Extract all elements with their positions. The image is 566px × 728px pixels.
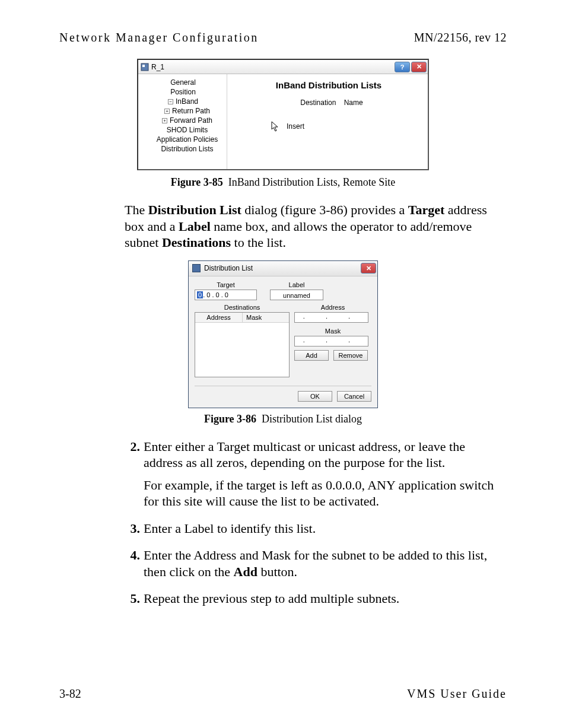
- address-input[interactable]: . . .: [294, 312, 368, 323]
- help-button[interactable]: ?: [395, 62, 410, 72]
- col-address: Address: [195, 313, 243, 322]
- tree-general[interactable]: General: [143, 78, 223, 87]
- target-ip-input[interactable]: 0 . 0 . 0 . 0: [195, 290, 257, 300]
- col-name: Name: [344, 98, 363, 107]
- step-4: 4. Enter the Address and Mask for the su…: [123, 547, 507, 580]
- close-button[interactable]: ✕: [361, 263, 376, 274]
- step-number: 2.: [123, 438, 140, 471]
- close-button[interactable]: ✕: [411, 62, 427, 72]
- col-destination: Destination: [294, 98, 342, 107]
- fig85-column-headers: Destination Name: [236, 98, 422, 107]
- expand-icon[interactable]: +: [162, 118, 167, 123]
- app-icon: [141, 63, 149, 71]
- fig85-title-text: R_1: [151, 63, 164, 71]
- fig86-titlebar[interactable]: Distribution List ✕: [189, 261, 377, 276]
- app-icon: [192, 264, 201, 272]
- footer-guide-title: VMS User Guide: [407, 687, 507, 701]
- tree-return[interactable]: +Return Path: [143, 106, 223, 116]
- tree-forward[interactable]: +Forward Path: [143, 116, 223, 125]
- list-header: Address Mask: [195, 313, 289, 323]
- figure-85-container: R_1 ? ✕ General Position −InBand +Return…: [59, 59, 507, 189]
- fig85-titlebar[interactable]: R_1 ? ✕: [138, 60, 428, 74]
- step-text: Enter either a Target multicast or unica…: [144, 438, 507, 471]
- label-mask: Mask: [294, 328, 371, 335]
- tree-shod[interactable]: SHOD Limits: [143, 125, 223, 135]
- intro-paragraph: The Distribution List dialog (figure 3-8…: [125, 202, 504, 251]
- page-footer: 3-82 VMS User Guide: [59, 687, 507, 701]
- step-5: 5. Repeat the previous step to add multi…: [123, 590, 507, 607]
- step-number: 4.: [123, 547, 140, 580]
- step-2: 2. Enter either a Target multicast or un…: [123, 438, 507, 471]
- insert-label: Insert: [287, 122, 304, 131]
- fig86-caption: Figure 3-86 Distribution List dialog: [59, 413, 507, 425]
- fig85-caption: Figure 3-85 InBand Distribution Lists, R…: [59, 176, 507, 189]
- step-3: 3. Enter a Label to identify this list.: [123, 520, 507, 537]
- expand-icon[interactable]: +: [164, 109, 170, 114]
- step-number: 3.: [123, 520, 140, 537]
- step-text: Enter a Label to identify this list.: [144, 520, 316, 537]
- cursor-icon: [271, 121, 281, 132]
- tree-app-policies[interactable]: Application Policies: [143, 135, 223, 144]
- add-button[interactable]: Add: [294, 350, 329, 361]
- tree-dist-lists[interactable]: Distribution Lists: [143, 144, 223, 154]
- step-number: 5.: [123, 590, 140, 607]
- step-text: Repeat the previous step to add multiple…: [144, 590, 399, 607]
- fig86-title-text: Distribution List: [204, 264, 253, 272]
- steps-list: 2. Enter either a Target multicast or un…: [123, 438, 507, 471]
- steps-list-cont: 3. Enter a Label to identify this list. …: [123, 520, 507, 607]
- label-target: Target: [195, 281, 257, 288]
- cancel-button[interactable]: Cancel: [337, 391, 371, 402]
- col-mask: Mask: [243, 313, 265, 322]
- label-input[interactable]: unnamed: [270, 290, 323, 300]
- separator: [195, 386, 371, 386]
- tree-inband[interactable]: −InBand: [143, 97, 223, 106]
- insert-menu-item[interactable]: Insert: [236, 121, 422, 132]
- label-address: Address: [294, 304, 371, 311]
- tree-position[interactable]: Position: [143, 87, 223, 97]
- fig85-panel-title: InBand Distribution Lists: [236, 80, 422, 90]
- step-2-continuation: For example, if the target is left as 0.…: [144, 477, 507, 510]
- label-destinations: Destinations: [195, 304, 290, 311]
- header-right: MN/22156, rev 12: [414, 31, 507, 44]
- step-text: Enter the Address and Mask for the subne…: [144, 547, 507, 580]
- page-header: Network Manager Configuration MN/22156, …: [59, 31, 507, 44]
- label-label: Label: [270, 281, 323, 288]
- svg-rect-1: [142, 65, 145, 67]
- ok-button[interactable]: OK: [298, 391, 332, 402]
- fig85-tree[interactable]: General Position −InBand +Return Path +F…: [138, 74, 227, 169]
- remove-button[interactable]: Remove: [333, 350, 368, 361]
- collapse-icon[interactable]: −: [168, 99, 173, 104]
- figure-86-container: Distribution List ✕ Target 0 . 0 . 0 . 0…: [59, 260, 507, 425]
- destinations-list[interactable]: Address Mask: [195, 312, 290, 377]
- fig85-window: R_1 ? ✕ General Position −InBand +Return…: [137, 59, 429, 170]
- page-number: 3-82: [59, 687, 81, 701]
- mask-input[interactable]: . . .: [294, 336, 368, 346]
- header-left: Network Manager Configuration: [59, 31, 259, 44]
- fig86-window: Distribution List ✕ Target 0 . 0 . 0 . 0…: [188, 260, 378, 408]
